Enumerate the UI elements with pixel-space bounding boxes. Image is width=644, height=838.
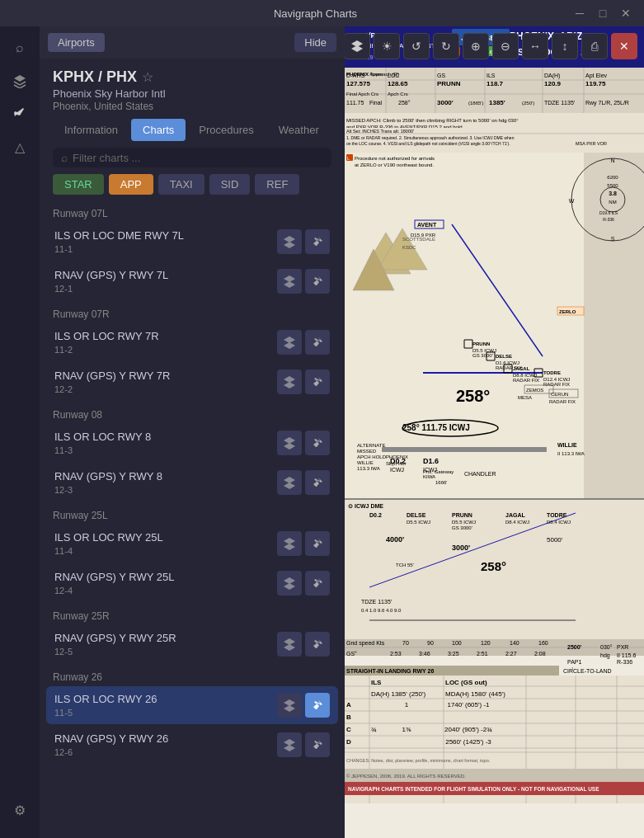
pin-action-btn[interactable] (305, 229, 330, 254)
pin-action-btn[interactable] (305, 531, 330, 556)
chart-type-sid[interactable]: SID (209, 174, 251, 195)
svg-text:258°: 258° (481, 559, 506, 573)
chart-zoom-in-btn[interactable]: ⊕ (463, 33, 489, 59)
pin-action-btn[interactable] (305, 632, 330, 657)
pin-action-btn[interactable] (305, 370, 330, 394)
pin-action-btn[interactable] (305, 269, 330, 294)
nav-enroute[interactable]: △ (5, 132, 35, 162)
nav-layers[interactable] (5, 66, 35, 96)
minimize-button[interactable]: ─ (571, 5, 588, 21)
svg-text:D1.6: D1.6 (423, 457, 439, 465)
chart-actions (277, 330, 330, 355)
layers-action-btn[interactable] (277, 370, 302, 394)
layers-action-btn[interactable] (277, 632, 302, 657)
chart-sub: 11-1 (54, 244, 184, 254)
svg-text:1. DME or RADAR required. 2. S: 1. DME or RADAR required. 2. Simultaneou… (346, 135, 515, 140)
chart-type-star[interactable]: STAR (53, 174, 104, 195)
chart-sub: 12-2 (54, 384, 170, 394)
layers-action-btn[interactable] (277, 269, 302, 294)
chart-undo-btn[interactable]: ↺ (403, 33, 430, 59)
svg-text:TDZE 1135': TDZE 1135' (544, 100, 575, 106)
layers-action-btn[interactable] (277, 531, 302, 556)
chart-item[interactable]: ILS OR LOC RWY 7R 11-2 (46, 323, 338, 361)
svg-text:TODRE: TODRE (547, 512, 567, 518)
layers-action-btn[interactable] (277, 693, 302, 718)
svg-text:70: 70 (402, 640, 409, 646)
filter-input[interactable] (73, 152, 323, 164)
chart-brightness-btn[interactable]: ☀ (374, 33, 400, 59)
svg-text:ALTERNATE: ALTERNATE (357, 443, 385, 448)
tab-information[interactable]: Information (53, 119, 129, 141)
chart-item[interactable]: RNAV (GPS) Y RWY 25L 12-4 (46, 564, 338, 602)
chart-item[interactable]: ILS OR LOC DME RWY 7L 11-1 (46, 223, 338, 261)
tab-procedures[interactable]: Procedures (187, 119, 265, 141)
chart-print-btn[interactable]: ⎙ (581, 33, 608, 59)
tabs-row: Information Charts Procedures Weather (40, 119, 345, 141)
chart-item[interactable]: RNAV (GPS) Y RWY 25R 12-5 (46, 625, 338, 663)
chart-type-ref[interactable]: REF (255, 174, 299, 195)
tab-charts[interactable]: Charts (131, 119, 186, 141)
layers-action-btn[interactable] (277, 330, 302, 355)
pin-action-btn[interactable] (305, 330, 330, 355)
svg-text:118.7: 118.7 (487, 80, 504, 87)
svg-text:II 115.6: II 115.6 (617, 652, 636, 658)
layers-action-btn[interactable] (277, 431, 302, 455)
charts-list[interactable]: Runway 07L ILS OR LOC DME RWY 7L 11-1 (40, 201, 345, 838)
close-button[interactable]: ✕ (618, 5, 634, 21)
pin-action-btn[interactable] (305, 431, 330, 455)
chart-fit-width-btn[interactable]: ↔ (522, 33, 548, 59)
nav-plane[interactable] (5, 99, 35, 129)
chart-close-btn[interactable]: ✕ (611, 33, 637, 59)
chart-item[interactable]: RNAV (GPS) Y RWY 7R 12-2 (46, 363, 338, 401)
svg-text:A: A (346, 701, 351, 709)
chart-type-taxi[interactable]: TAXI (158, 174, 204, 195)
chart-redo-btn[interactable]: ↻ (433, 33, 459, 59)
svg-text:2:27: 2:27 (505, 651, 517, 657)
runway-header-07r: Runway 07R (46, 302, 338, 323)
chart-layers-btn[interactable] (345, 33, 370, 59)
svg-text:PHOENIX Tower: PHOENIX Tower (346, 72, 383, 77)
chart-zoom-out-btn[interactable]: ⊖ (492, 33, 519, 59)
svg-text:GS°: GS° (346, 651, 357, 657)
svg-text:160: 160 (538, 640, 548, 646)
chart-item-selected[interactable]: ILS OR LOC RWY 26 11-5 (46, 686, 338, 724)
svg-text:119.75: 119.75 (585, 80, 606, 87)
chart-item[interactable]: RNAV (GPS) Y RWY 7L 12-1 (46, 262, 338, 300)
pin-action-btn[interactable] (305, 571, 330, 596)
hide-button[interactable]: Hide (294, 33, 336, 52)
chart-item[interactable]: RNAV (GPS) Y RWY 26 12-6 (46, 726, 338, 764)
nav-settings[interactable]: ⚙ (5, 795, 35, 825)
layers-action-btn[interactable] (277, 571, 302, 596)
chart-item[interactable]: ILS OR LOC RWY 25L 11-4 (46, 525, 338, 563)
svg-text:at ZERLO or V190 northeast bou: at ZERLO or V190 northeast bound. (355, 162, 434, 167)
chart-sub: 11-5 (54, 708, 157, 718)
pin-action-btn-active[interactable] (305, 693, 330, 718)
chart-sub: 11-4 (54, 546, 163, 556)
layers-action-btn[interactable] (277, 229, 302, 254)
chart-fit-height-btn[interactable]: ↕ (552, 33, 578, 59)
nav-search[interactable]: ⌕ (5, 33, 35, 63)
svg-text:2500': 2500' (567, 644, 582, 650)
favorite-star-icon[interactable]: ☆ (142, 69, 153, 85)
chart-item[interactable]: ILS OR LOC RWY 8 11-3 (46, 424, 338, 462)
svg-text:127.575: 127.575 (346, 80, 370, 87)
svg-text:R-336: R-336 (603, 217, 614, 222)
pin-action-btn[interactable] (305, 732, 330, 757)
svg-text:R-336: R-336 (617, 659, 632, 665)
pin-action-btn[interactable] (305, 470, 330, 495)
svg-text:120: 120 (481, 640, 491, 646)
tab-weather[interactable]: Weather (267, 119, 331, 141)
layers-action-btn[interactable] (277, 732, 302, 757)
svg-text:2:51: 2:51 (477, 651, 488, 657)
airports-button[interactable]: Airports (48, 33, 105, 52)
svg-text:MSA PXR VOR: MSA PXR VOR (576, 141, 607, 146)
svg-text:Rwy 7L/R, 25L/R: Rwy 7L/R, 25L/R (585, 100, 629, 106)
svg-text:on the LOC course. 4. VGSl and: on the LOC course. 4. VGSl and ILS glide… (346, 141, 510, 146)
chart-name: RNAV (GPS) Y RWY 7L (54, 269, 168, 283)
svg-text:1740' (605') -1: 1740' (605') -1 (447, 701, 490, 709)
chart-type-app[interactable]: APP (109, 174, 153, 195)
svg-text:PXR: PXR (617, 644, 628, 650)
restore-button[interactable]: □ (595, 5, 611, 21)
layers-action-btn[interactable] (277, 470, 302, 495)
chart-item[interactable]: RNAV (GPS) Y RWY 8 12-3 (46, 464, 338, 501)
